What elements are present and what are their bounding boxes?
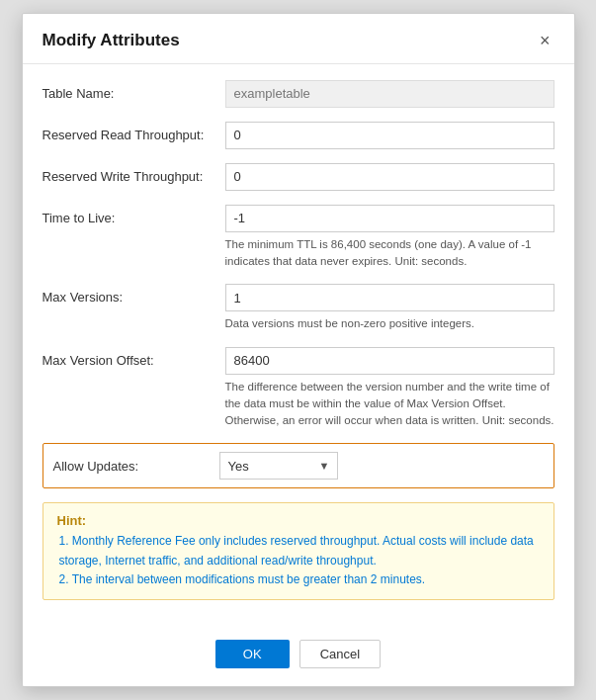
max-version-offset-hint: The difference between the version numbe… <box>225 379 554 430</box>
dialog-footer: OK Cancel <box>23 632 574 686</box>
allow-updates-row: Allow Updates: Yes No ▼ <box>43 443 554 488</box>
write-throughput-label: Reserved Write Throughput: <box>43 163 225 184</box>
table-name-row: Table Name: <box>43 80 554 108</box>
max-versions-row: Max Versions: Data versions must be non-… <box>43 284 554 332</box>
dialog-body: Table Name: Reserved Read Throughput: Re… <box>23 64 574 632</box>
allow-updates-label: Allow Updates: <box>53 459 219 474</box>
read-throughput-control <box>225 122 554 149</box>
max-version-offset-control: The difference between the version numbe… <box>225 347 554 430</box>
dialog-header: Modify Attributes × <box>23 14 574 64</box>
read-throughput-label: Reserved Read Throughput: <box>43 122 225 142</box>
hint-item-1: 1. Monthly Reference Fee only includes r… <box>59 532 540 569</box>
modify-attributes-dialog: Modify Attributes × Table Name: Reserved… <box>22 13 575 687</box>
ttl-row: Time to Live: The minimum TTL is 86,400 … <box>43 205 554 271</box>
max-version-offset-input[interactable] <box>225 347 554 375</box>
read-throughput-row: Reserved Read Throughput: <box>43 122 554 149</box>
max-version-offset-label: Max Version Offset: <box>43 347 225 368</box>
ok-button[interactable]: OK <box>215 640 290 668</box>
hint-box: Hint: 1. Monthly Reference Fee only incl… <box>43 502 554 600</box>
close-button[interactable]: × <box>536 30 554 51</box>
ttl-label: Time to Live: <box>43 205 225 225</box>
write-throughput-row: Reserved Write Throughput: <box>43 163 554 191</box>
allow-updates-select[interactable]: Yes No <box>219 452 338 480</box>
write-throughput-input[interactable] <box>225 163 554 191</box>
max-versions-input[interactable] <box>225 284 554 311</box>
dialog-title: Modify Attributes <box>43 31 180 50</box>
max-versions-control: Data versions must be non-zero positive … <box>225 284 554 332</box>
max-version-offset-row: Max Version Offset: The difference betwe… <box>43 347 554 430</box>
ttl-hint: The minimum TTL is 86,400 seconds (one d… <box>225 236 554 271</box>
allow-updates-select-wrap: Yes No ▼ <box>219 452 338 480</box>
hint-item-2: 2. The interval between modifications mu… <box>59 570 540 589</box>
hint-title: Hint: <box>57 513 540 528</box>
ttl-control: The minimum TTL is 86,400 seconds (one d… <box>225 205 554 271</box>
read-throughput-input[interactable] <box>225 122 554 149</box>
write-throughput-control <box>225 163 554 191</box>
table-name-control <box>225 80 554 108</box>
max-versions-hint: Data versions must be non-zero positive … <box>225 315 554 332</box>
cancel-button[interactable]: Cancel <box>299 640 381 668</box>
table-name-label: Table Name: <box>43 80 225 101</box>
table-name-input[interactable] <box>225 80 554 108</box>
max-versions-label: Max Versions: <box>43 284 225 305</box>
ttl-input[interactable] <box>225 205 554 232</box>
